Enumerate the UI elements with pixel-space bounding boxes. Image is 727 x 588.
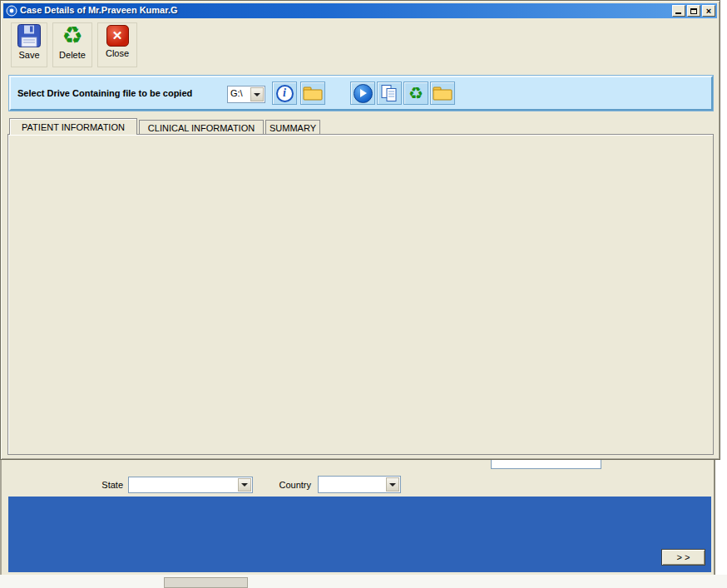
recycle-bin-icon: ♻ xyxy=(408,84,423,102)
background-country-combo[interactable] xyxy=(318,476,401,493)
titlebar-close-button[interactable]: × xyxy=(702,5,715,17)
background-field-sliver[interactable] xyxy=(491,460,601,469)
floppy-save-icon xyxy=(17,23,42,48)
close-icon: × xyxy=(706,7,711,15)
tab-patient-information-label: PATIENT INFORMATION xyxy=(22,122,125,132)
chevron-down-icon[interactable] xyxy=(250,87,264,101)
window-title: Case Details of Mr.Praveen Kumar.G xyxy=(20,5,178,15)
chevron-down-icon[interactable] xyxy=(386,477,399,492)
save-label: Save xyxy=(18,50,39,60)
maximize-button[interactable] xyxy=(687,5,700,17)
tab-clinical-information-label: CLINICAL INFORMATION xyxy=(148,123,255,133)
background-blue-panel xyxy=(8,497,711,572)
drive-panel: Select Drive Containing file to be copie… xyxy=(9,76,713,111)
play-button[interactable] xyxy=(350,82,375,105)
minimize-button[interactable] xyxy=(672,5,685,17)
delete-button[interactable]: ♻ Delete xyxy=(52,22,92,67)
background-next-button[interactable]: > > xyxy=(661,549,705,566)
background-state-combo[interactable] xyxy=(128,477,253,493)
minimize-icon xyxy=(675,12,681,14)
chevron-down-icon[interactable] xyxy=(238,478,251,492)
case-details-window: Case Details of Mr.Praveen Kumar.G × Sav… xyxy=(0,0,720,460)
tab-summary[interactable]: SUMMARY xyxy=(265,120,320,135)
taskbar-item[interactable] xyxy=(164,577,248,588)
copy-button[interactable] xyxy=(377,82,402,105)
tab-clinical-information[interactable]: CLINICAL INFORMATION xyxy=(139,120,264,135)
tab-patient-information[interactable]: PATIENT INFORMATION xyxy=(9,118,137,135)
close-x-icon: ✕ xyxy=(106,25,129,47)
screen: State Country > > Case Details of Mr.Pra… xyxy=(0,0,727,588)
window-titlebar: Case Details of Mr.Praveen Kumar.G × xyxy=(3,3,717,18)
tab-summary-label: SUMMARY xyxy=(270,123,316,133)
save-button[interactable]: Save xyxy=(11,22,47,67)
info-icon: i xyxy=(276,85,294,102)
desktop-strip xyxy=(0,575,727,588)
copy-pages-icon xyxy=(380,84,398,102)
maximize-icon xyxy=(690,8,697,14)
drive-panel-label: Select Drive Containing file to be copie… xyxy=(17,88,192,98)
open-folder-button[interactable] xyxy=(430,82,455,105)
recycle-bin-button[interactable]: ♻ xyxy=(403,82,428,105)
folder-icon xyxy=(303,85,323,101)
close-label: Close xyxy=(106,48,129,58)
background-state-label: State xyxy=(82,480,123,490)
recycle-icon: ♻ xyxy=(62,23,82,48)
background-window: State Country > > xyxy=(0,460,715,575)
browse-folder-button[interactable] xyxy=(300,82,325,105)
background-country-label: Country xyxy=(260,480,311,490)
close-tool-button[interactable]: ✕ Close xyxy=(97,22,137,67)
drive-combo[interactable]: G:\ xyxy=(227,86,265,103)
info-button[interactable]: i xyxy=(272,82,297,105)
delete-label: Delete xyxy=(59,50,86,60)
app-icon xyxy=(6,5,17,17)
patient-information-panel xyxy=(7,134,714,455)
titlebar-buttons: × xyxy=(672,5,715,17)
play-icon xyxy=(354,84,373,103)
folder-icon xyxy=(433,85,453,101)
